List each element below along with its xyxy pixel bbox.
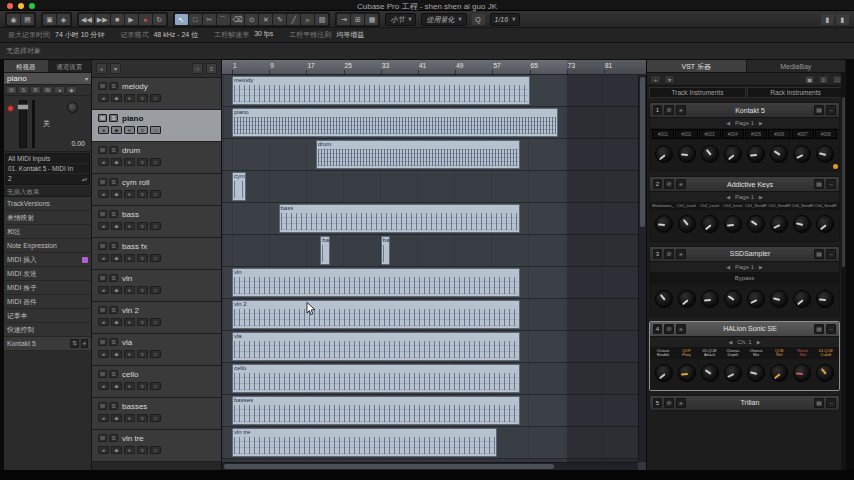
qc-knob-2[interactable] bbox=[678, 145, 696, 163]
edit-instrument-icon[interactable]: e bbox=[676, 249, 686, 259]
bypass-icon[interactable]: ⊘ bbox=[664, 398, 674, 408]
edit-instrument-icon[interactable]: e bbox=[676, 398, 686, 408]
edit-channel-button[interactable]: e bbox=[124, 126, 135, 134]
qc-knob-4[interactable] bbox=[724, 145, 742, 163]
edit-channel-button[interactable]: e bbox=[124, 94, 135, 102]
presets-icon[interactable]: ▤ bbox=[814, 249, 824, 259]
mute-button[interactable]: M bbox=[98, 274, 107, 282]
prev-page-icon[interactable]: ◀ bbox=[726, 194, 730, 200]
mute-button[interactable]: M bbox=[98, 210, 107, 218]
track-row-cello[interactable]: MScello●◆e≡□ bbox=[92, 366, 221, 398]
qc-knob-4[interactable] bbox=[724, 364, 742, 382]
midi-part-bass-fx[interactable]: bass fx bbox=[320, 236, 329, 265]
track-row-drum[interactable]: MSdrum●◆e≡□ bbox=[92, 142, 221, 174]
solo-button[interactable]: S bbox=[109, 402, 118, 410]
zoom-tool[interactable]: ⊙ bbox=[245, 14, 258, 25]
program-slot[interactable]: #005 bbox=[745, 129, 767, 139]
window-layout-icon[interactable]: ▣ bbox=[43, 14, 56, 25]
inspector-mute-icon[interactable]: M bbox=[6, 86, 17, 94]
midi-part-vla[interactable]: vla bbox=[232, 332, 520, 361]
qc-knob-2[interactable] bbox=[678, 290, 696, 308]
lane-display-button[interactable]: □ bbox=[150, 318, 161, 326]
qc-knob-3[interactable] bbox=[701, 290, 719, 308]
stop-button[interactable]: ■ bbox=[111, 14, 124, 25]
instrument-prev-next-icon[interactable]: ⇅ bbox=[70, 339, 79, 348]
record-enable-button[interactable]: ● bbox=[98, 350, 109, 358]
program-slot[interactable]: #002 bbox=[675, 129, 697, 139]
rack-scrollbar[interactable] bbox=[841, 73, 846, 470]
edit-channel-button[interactable]: e bbox=[124, 254, 135, 262]
channel-stepper-icon[interactable]: ▴▾ bbox=[82, 174, 87, 184]
record-enable-button[interactable]: ● bbox=[98, 254, 109, 262]
tab-mediabay[interactable]: MediaBay bbox=[747, 60, 847, 72]
lane-display-button[interactable]: □ bbox=[150, 446, 161, 454]
play-tool[interactable]: ▹ bbox=[301, 14, 314, 25]
qc-knob-1[interactable] bbox=[655, 145, 673, 163]
record-enable-button[interactable]: ● bbox=[98, 414, 109, 422]
record-enable-button[interactable]: ● bbox=[98, 126, 109, 134]
monitor-button[interactable]: ◆ bbox=[111, 222, 122, 230]
presets-icon[interactable]: ▤ bbox=[814, 105, 824, 115]
mute-button[interactable]: M bbox=[98, 82, 107, 90]
monitor-button[interactable]: ◆ bbox=[111, 158, 122, 166]
instrument-header[interactable]: 3⊘eSSDSampler▤→ bbox=[650, 247, 839, 261]
cycle-button[interactable]: ↻ bbox=[153, 14, 166, 25]
mute-button[interactable]: M bbox=[98, 306, 107, 314]
solo-button[interactable]: S bbox=[109, 210, 118, 218]
midi-part-bass[interactable]: bass bbox=[279, 204, 521, 233]
snap-icon[interactable]: ⊞ bbox=[351, 14, 364, 25]
qc-knob-7[interactable] bbox=[793, 145, 811, 163]
qc-knob-1[interactable] bbox=[655, 364, 673, 382]
qc-knob-8[interactable] bbox=[816, 145, 834, 163]
glue-tool[interactable]: ⌒ bbox=[217, 14, 230, 25]
solo-button[interactable]: S bbox=[109, 114, 118, 122]
edit-channel-button[interactable]: e bbox=[124, 446, 135, 454]
qc-knob-7[interactable] bbox=[793, 364, 811, 382]
mute-button[interactable]: M bbox=[98, 114, 107, 122]
monitor-button[interactable]: ◆ bbox=[111, 94, 122, 102]
mute-button[interactable]: M bbox=[98, 242, 107, 250]
mute-button[interactable]: M bbox=[98, 402, 107, 410]
output-routing-icon[interactable]: → bbox=[826, 105, 836, 115]
prev-page-icon[interactable]: ◀ bbox=[726, 264, 730, 270]
monitor-button[interactable]: ◆ bbox=[111, 414, 122, 422]
midi-part-piano[interactable]: piano bbox=[232, 108, 558, 137]
solo-button[interactable]: S bbox=[109, 274, 118, 282]
monitor-button[interactable]: ◆ bbox=[111, 446, 122, 454]
midi-part-cym-roll[interactable]: cym roll bbox=[232, 172, 246, 201]
lane-display-button[interactable]: □ bbox=[150, 190, 161, 198]
volume-fader-handle[interactable] bbox=[17, 104, 29, 110]
prev-page-icon[interactable]: ◀ bbox=[726, 120, 730, 126]
track-row-vln[interactable]: MSvln●◆e≡□ bbox=[92, 270, 221, 302]
tab-inspector[interactable]: 检视器 bbox=[4, 60, 48, 72]
track-row-vln-2[interactable]: MSvln 2●◆e≡□ bbox=[92, 302, 221, 334]
rewind-button[interactable]: ◀◀ bbox=[79, 14, 94, 25]
presets-icon[interactable]: ▤ bbox=[814, 179, 824, 189]
record-enable-button[interactable]: ● bbox=[98, 94, 109, 102]
edit-instrument-icon[interactable]: e bbox=[676, 179, 686, 189]
edit-channel-button[interactable]: e bbox=[124, 190, 135, 198]
next-page-icon[interactable]: ▶ bbox=[759, 120, 763, 126]
instrument-header[interactable]: 1⊘eKontakt 5▤→ bbox=[650, 103, 839, 117]
output-routing-icon[interactable]: → bbox=[826, 249, 836, 259]
midi-part-melody[interactable]: melody bbox=[232, 76, 530, 105]
lane-display-button[interactable]: □ bbox=[150, 350, 161, 358]
horizontal-scrollbar-thumb[interactable] bbox=[224, 464, 554, 469]
record-enable-button[interactable]: ● bbox=[98, 318, 109, 326]
record-enable-button[interactable]: ● bbox=[98, 190, 109, 198]
track-row-bass[interactable]: MSbass●◆e≡□ bbox=[92, 206, 221, 238]
vertical-scrollbar-thumb[interactable] bbox=[640, 77, 645, 227]
record-enable-button[interactable]: ● bbox=[98, 158, 109, 166]
monitor-button[interactable]: ◆ bbox=[111, 254, 122, 262]
range-tool[interactable]: □ bbox=[189, 14, 202, 25]
freeze-button[interactable]: ≡ bbox=[137, 350, 148, 358]
grid-type-dropdown[interactable]: 小节▾ bbox=[385, 13, 416, 26]
track-list-settings-icon[interactable]: ≡ bbox=[206, 63, 217, 74]
qc-knob-5[interactable] bbox=[747, 364, 765, 382]
snap-type-icon[interactable]: ▦ bbox=[365, 14, 378, 25]
program-slot[interactable]: #007 bbox=[792, 129, 814, 139]
track-row-piano[interactable]: MSpiano●◆e≡□ bbox=[92, 110, 221, 142]
program-slot[interactable]: #003 bbox=[699, 129, 721, 139]
lane-display-button[interactable]: □ bbox=[150, 222, 161, 230]
freeze-button[interactable]: ≡ bbox=[137, 190, 148, 198]
